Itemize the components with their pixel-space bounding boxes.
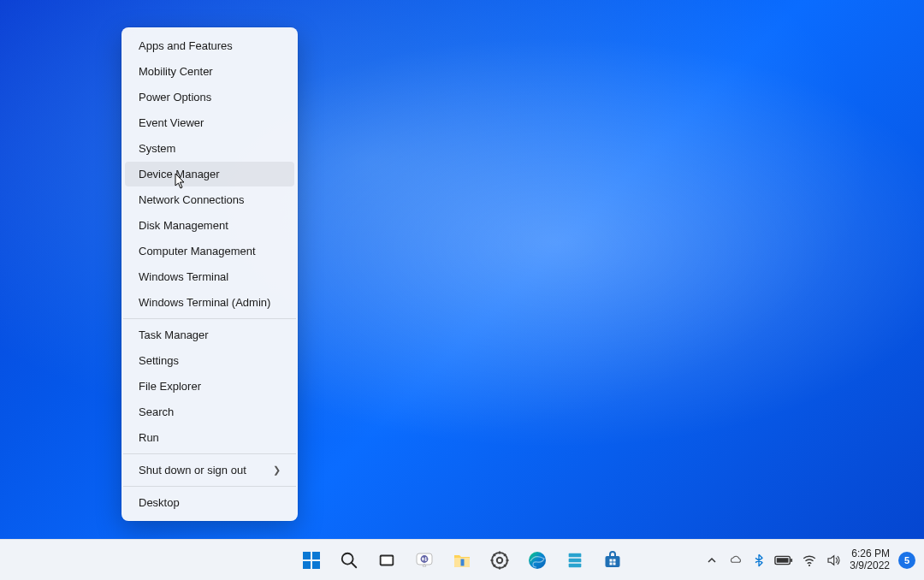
menu-item-mobility-center[interactable]: Mobility Center [125,59,294,84]
svg-rect-29 [613,559,616,561]
menu-item-label: Task Manager [139,328,209,341]
taskbar-center-icons [294,543,630,577]
menu-item-label: Shut down or sign out [139,464,246,476]
menu-item-system[interactable]: System [125,136,294,161]
menu-item-label: Event Viewer [139,116,204,129]
chevron-right-icon: ❯ [273,465,281,476]
tray-overflow-button[interactable] [704,556,720,565]
menu-separator [123,318,296,319]
svg-rect-30 [610,562,613,565]
edge-browser-button[interactable] [520,543,554,577]
battery-icon [774,554,793,566]
task-view-icon [377,551,396,570]
wifi-icon [802,553,817,568]
svg-rect-33 [791,559,793,562]
taskbar: 6:26 PM 3/9/2022 5 [0,539,924,580]
task-view-button[interactable] [370,543,404,577]
svg-rect-2 [303,561,311,569]
system-tray: 6:26 PM 3/9/2022 5 [704,548,915,572]
notification-count: 5 [904,555,909,565]
svg-rect-1 [312,552,320,559]
menu-item-label: Settings [139,354,179,367]
menu-item-power-options[interactable]: Power Options [125,85,294,109]
svg-point-35 [808,564,810,565]
menu-item-label: File Explorer [139,380,201,393]
menu-item-label: Windows Terminal [139,270,228,283]
menu-item-label: Computer Management [139,245,256,257]
file-explorer-button[interactable] [445,543,479,577]
svg-line-5 [352,562,357,567]
chat-icon [414,550,435,571]
menu-item-network-connections[interactable]: Network Connections [125,187,294,212]
menu-item-label: Run [139,431,159,444]
menu-separator [123,486,296,487]
desktop-wallpaper[interactable]: Apps and Features Mobility Center Power … [0,0,924,539]
svg-rect-26 [569,563,582,567]
gear-icon [489,550,510,571]
menu-item-label: Search [139,405,174,418]
folder-icon [452,550,472,571]
svg-rect-12 [461,559,465,565]
clock-time: 6:26 PM [850,548,890,560]
chevron-up-icon [708,556,716,565]
menu-item-device-manager[interactable]: Device Manager [125,162,294,186]
menu-item-shutdown-signout[interactable]: Shut down or sign out ❯ [125,458,294,482]
server-stack-icon [566,551,584,570]
menu-item-label: System [139,142,175,155]
store-icon [602,550,623,571]
svg-rect-0 [303,552,311,559]
menu-item-windows-terminal-admin[interactable]: Windows Terminal (Admin) [125,290,294,315]
search-icon [340,551,358,570]
chat-button[interactable] [407,543,441,577]
menu-item-label: Disk Management [139,219,228,232]
start-button[interactable] [294,543,329,577]
svg-rect-7 [382,556,393,564]
menu-item-windows-terminal[interactable]: Windows Terminal [125,264,294,289]
svg-point-9 [421,555,429,563]
svg-rect-3 [312,561,320,569]
menu-item-desktop[interactable]: Desktop [125,490,294,515]
menu-item-event-viewer[interactable]: Event Viewer [125,110,294,135]
menu-item-computer-management[interactable]: Computer Management [125,239,294,263]
windows-logo-icon [301,550,322,571]
menu-item-label: Desktop [139,496,180,509]
menu-item-label: Network Connections [139,193,245,206]
edge-icon [527,550,548,571]
svg-rect-28 [610,559,613,561]
battery-tray[interactable] [774,554,793,566]
svg-rect-27 [606,556,620,567]
clock-date: 3/9/2022 [850,560,890,572]
menu-item-settings[interactable]: Settings [125,348,294,373]
menu-item-label: Device Manager [139,168,220,181]
menu-item-file-explorer[interactable]: File Explorer [125,374,294,399]
menu-item-run[interactable]: Run [125,425,294,450]
svg-rect-31 [613,562,616,565]
bluetooth-icon [752,553,766,567]
svg-point-14 [497,557,502,562]
speaker-icon [826,553,841,568]
menu-item-label: Windows Terminal (Admin) [139,296,270,309]
volume-tray[interactable] [826,553,841,568]
menu-item-search[interactable]: Search [125,399,294,424]
menu-item-label: Apps and Features [139,39,233,52]
menu-item-disk-management[interactable]: Disk Management [125,213,294,238]
menu-item-label: Mobility Center [139,65,213,78]
svg-rect-25 [569,558,582,562]
menu-item-apps-and-features[interactable]: Apps and Features [125,33,294,58]
onedrive-tray[interactable] [728,553,743,568]
winx-context-menu: Apps and Features Mobility Center Power … [121,27,298,521]
app-button-1[interactable] [558,543,592,577]
microsoft-store-button[interactable] [595,543,630,577]
menu-item-task-manager[interactable]: Task Manager [125,323,294,347]
taskbar-clock[interactable]: 6:26 PM 3/9/2022 [850,548,890,572]
bluetooth-tray[interactable] [752,553,766,567]
svg-rect-34 [777,558,789,563]
notification-center-button[interactable]: 5 [898,552,915,569]
onedrive-icon [728,553,743,568]
menu-item-label: Power Options [139,91,211,104]
menu-separator [123,453,296,454]
settings-button[interactable] [483,543,517,577]
search-button[interactable] [332,543,366,577]
svg-rect-24 [569,553,582,557]
wifi-tray[interactable] [802,553,817,568]
